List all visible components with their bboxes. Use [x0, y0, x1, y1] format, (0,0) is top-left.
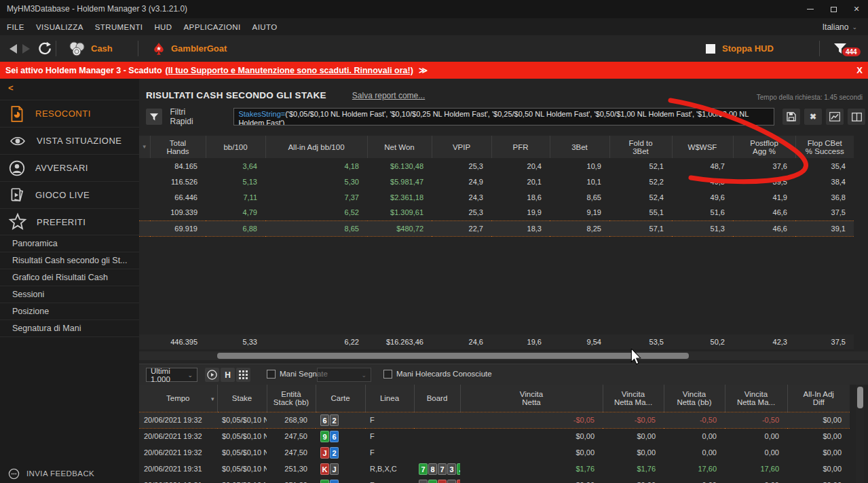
col-fold-to-3bet[interactable]: Fold to 3Bet — [609, 136, 672, 158]
marked-hands-checkbox[interactable] — [267, 370, 276, 379]
sidebar-item-preferiti[interactable]: PREFERITI — [0, 208, 139, 235]
filter-query-key: StakesString= — [238, 110, 285, 118]
chevron-down-icon: ⌄ — [852, 24, 857, 31]
menu-aiuto[interactable]: AIUTO — [252, 23, 278, 31]
horizontal-scrollbar[interactable] — [139, 351, 868, 360]
chart-view-button[interactable] — [826, 109, 844, 125]
minimize-button[interactable] — [799, 0, 822, 18]
stats-row[interactable]: 84.1653,644,18$6.130,4825,320,410,952,14… — [139, 158, 854, 174]
sidebar-item-risultati-cash-stake[interactable]: Risultati Cash secondo gli St... — [0, 252, 139, 269]
hand-row[interactable]: 20/06/2021 19:32$0,05/$0,10 NL H247,50J2… — [139, 444, 850, 461]
hand-board — [414, 444, 460, 461]
stat-value: 7,11 — [206, 189, 265, 205]
hand-stake: $0,05/$0,10 NL H — [217, 412, 267, 428]
toolbar-divider — [138, 41, 138, 56]
col-vpip[interactable]: VPIP — [432, 136, 491, 158]
filter-query-input[interactable]: StakesString=('$0,05/$0,10 NL Holdem Fas… — [233, 108, 774, 125]
col-stack[interactable]: Entità Stack (bb) — [267, 385, 316, 412]
col-stake[interactable]: Stake — [217, 385, 267, 412]
stat-value: 37,5 — [795, 334, 854, 349]
sidebar-collapse-icon[interactable]: < — [0, 79, 139, 93]
maximize-button[interactable] — [822, 0, 845, 18]
refresh-button[interactable] — [37, 35, 52, 62]
stat-value: 38,4 — [795, 174, 854, 189]
sidebar-item-panoramica[interactable]: Panoramica — [0, 235, 139, 252]
quick-filter-button[interactable] — [146, 109, 162, 125]
forward-button[interactable] — [22, 35, 30, 62]
sidebar-item-label: RESOCONTI — [35, 109, 91, 119]
close-button[interactable]: ✕ — [845, 0, 868, 18]
sidebar-item-segnatura-mani[interactable]: Segnatura di Mani — [0, 320, 139, 337]
stats-row[interactable]: 116.5265,135,30$5.981,4724,920,110,152,2… — [139, 174, 854, 189]
col-wwsf[interactable]: W$WSF — [672, 136, 733, 158]
sidebar-item-vista-situazione[interactable]: VISTA SITUAZIONE — [0, 127, 139, 154]
line-chart-icon — [829, 112, 840, 121]
col-bb100[interactable]: bb/100 — [206, 136, 265, 158]
stats-row[interactable]: 109.3394,796,52$1.309,6125,319,99,1955,1… — [139, 205, 854, 220]
col-board[interactable]: Board — [414, 385, 460, 412]
col-vincita-netta-ma[interactable]: Vincita Netta Ma... — [603, 385, 664, 412]
card-chip: 6 — [330, 431, 339, 442]
row-lead — [139, 189, 150, 205]
sidebar-item-gioco-live[interactable]: GIOCO LIVE — [0, 181, 139, 208]
vertical-scrollbar[interactable] — [856, 385, 864, 483]
col-allin-adj[interactable]: All-in Adj bb/100 — [265, 136, 367, 158]
menu-strumenti[interactable]: STRUMENTI — [95, 23, 143, 31]
last-hands-select[interactable]: Ultimi 1.000 ⌄ — [146, 368, 197, 382]
col-carte[interactable]: Carte — [316, 385, 365, 412]
known-holecards-checkbox[interactable] — [383, 370, 392, 379]
hand-row[interactable]: 20/06/2021 19:31$0,05/$0,10 NL H251,30F$… — [139, 477, 850, 483]
scrollbar-thumb[interactable] — [857, 387, 863, 408]
hand-stack: 251,30 — [267, 477, 316, 483]
back-button[interactable] — [10, 35, 17, 62]
hand-net-won-ma-bb: 0,00 — [725, 444, 787, 461]
stat-value: 42,3 — [733, 334, 795, 349]
col-linea[interactable]: Linea — [365, 385, 414, 412]
menu-applicazioni[interactable]: APPLICAZIONI — [184, 23, 241, 31]
sidebar-item-sessioni[interactable]: Sessioni — [0, 286, 139, 303]
menu-visualizza[interactable]: VISUALIZZA — [36, 23, 83, 31]
split-columns-button[interactable] — [848, 109, 865, 125]
hud-toggle-button[interactable]: H — [221, 368, 235, 382]
hand-net-won: $0,00 — [460, 428, 603, 444]
stop-hud-button[interactable]: Stoppa HUD — [706, 35, 774, 62]
col-tempo[interactable]: Tempo▾ — [139, 385, 217, 412]
sidebar-item-grafico-risultati[interactable]: Grafico dei Risultati Cash — [0, 269, 139, 286]
col-vincita-netta-bb[interactable]: Vincita Netta (bb) — [664, 385, 725, 412]
sidebar-item-posizione[interactable]: Posizione — [0, 303, 139, 320]
col-allin-adj-diff[interactable]: All-In Adj Diff — [787, 385, 850, 412]
hand-filter-button[interactable]: 444 — [833, 35, 861, 62]
secondary-filter-select[interactable]: ⌄ — [317, 368, 371, 382]
banner-close-button[interactable]: X — [856, 62, 863, 79]
menu-file[interactable]: FILE — [7, 23, 24, 31]
sidebar-item-resoconti[interactable]: RESOCONTI — [0, 100, 139, 127]
menu-hud[interactable]: HUD — [154, 23, 172, 31]
save-filter-button[interactable] — [782, 109, 800, 125]
known-holecards-label: Mani Holecards Conosciute — [396, 370, 492, 378]
col-total-hands[interactable]: Total Hands — [150, 136, 206, 158]
col-vincita-netta[interactable]: Vincita Netta — [460, 385, 603, 412]
replay-button[interactable] — [205, 368, 219, 382]
language-selector[interactable]: Italiano ⌄ — [823, 18, 857, 35]
grid-view-button[interactable] — [236, 368, 250, 382]
sidebar-item-avversari[interactable]: AVVERSARI — [0, 154, 139, 181]
col-flop-cbet[interactable]: Flop CBet % Success — [795, 136, 854, 158]
banner-chevrons: ≫ — [419, 65, 428, 75]
renew-link[interactable]: (Il tuo Supporto e Manutenzione sono sca… — [166, 66, 413, 75]
hand-row[interactable]: 20/06/2021 19:31$0,05/$0,10 NL H251,30KJ… — [139, 461, 850, 477]
hand-row[interactable]: 20/06/2021 19:32$0,05/$0,10 NL H268,9062… — [139, 412, 850, 428]
player-tab[interactable]: GamblerGoat — [153, 35, 227, 62]
col-vincita-netta-ma-bb[interactable]: Vincita Netta Ma... — [725, 385, 787, 412]
col-postflop-agg[interactable]: Postflop Agg % — [733, 136, 795, 158]
col-3bet[interactable]: 3Bet — [550, 136, 609, 158]
save-report-link[interactable]: Salva report come... — [352, 91, 425, 100]
send-feedback-button[interactable]: INVIA FEEDBACK — [0, 464, 139, 483]
stats-row[interactable]: 66.4467,117,37$2.361,1824,318,68,6552,44… — [139, 189, 854, 205]
col-pfr[interactable]: PFR — [491, 136, 550, 158]
col-net-won[interactable]: Net Won — [367, 136, 432, 158]
clear-filter-button[interactable]: ✖ — [804, 109, 822, 125]
hand-row[interactable]: 20/06/2021 19:32$0,05/$0,10 NL H247,5096… — [139, 428, 850, 444]
stats-row[interactable]: 69.9196,888,65$480,7222,718,38,2557,151,… — [139, 220, 854, 236]
scrollbar-thumb[interactable] — [217, 353, 689, 359]
cash-tab[interactable]: Cash — [68, 35, 113, 62]
